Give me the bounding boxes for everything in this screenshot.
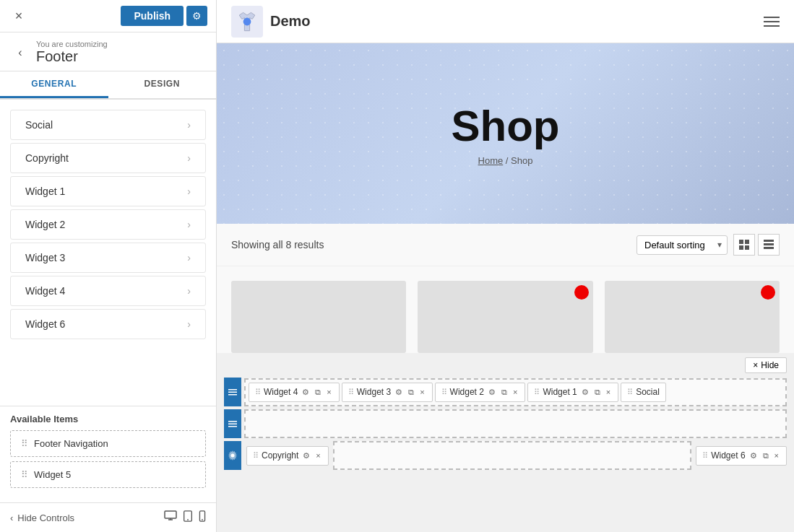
svg-rect-9 bbox=[745, 240, 749, 244]
widget-settings-button[interactable]: ⚙ bbox=[580, 387, 590, 398]
shop-heading: Shop bbox=[452, 101, 560, 151]
menu-item-widget6[interactable]: Widget 6 › bbox=[10, 309, 206, 339]
tablet-device-button[interactable] bbox=[183, 510, 193, 525]
svg-point-4 bbox=[187, 519, 189, 520]
widget-label: Widget 1 bbox=[543, 387, 577, 397]
menu-item-widget3[interactable]: Widget 3 › bbox=[10, 243, 206, 273]
publish-area: Publish ⚙ bbox=[121, 6, 207, 26]
svg-rect-10 bbox=[739, 245, 743, 250]
widget-duplicate-button[interactable]: ⧉ bbox=[407, 387, 415, 398]
widget-remove-button[interactable]: × bbox=[418, 387, 426, 397]
footer-empty-drop-zone[interactable] bbox=[244, 409, 787, 438]
drag-handle-icon: ⠿ bbox=[21, 469, 28, 480]
product-card bbox=[605, 281, 780, 353]
section-title: Footer bbox=[36, 48, 108, 65]
widget-settings-button[interactable]: ⚙ bbox=[487, 387, 497, 398]
chevron-right-icon: › bbox=[187, 219, 191, 230]
svg-rect-15 bbox=[228, 389, 237, 391]
desktop-device-button[interactable] bbox=[164, 510, 177, 525]
drag-icon: ⠿ bbox=[348, 388, 354, 397]
hide-footer-button[interactable]: × Hide bbox=[745, 357, 787, 373]
menu-item-widget2[interactable]: Widget 2 › bbox=[10, 209, 206, 240]
widget-duplicate-button[interactable]: ⧉ bbox=[314, 387, 322, 398]
svg-rect-18 bbox=[228, 421, 237, 422]
widget-settings-button[interactable]: ⚙ bbox=[301, 387, 311, 398]
menu-item-copyright[interactable]: Copyright › bbox=[10, 143, 206, 173]
close-button[interactable]: × bbox=[9, 6, 29, 26]
footer-widgets-row-1: ⠿ Widget 4 ⚙ ⧉ × ⠿ Widget 3 ⚙ ⧉ × ⠿ Widg… bbox=[244, 378, 787, 406]
widget-remove-button[interactable]: × bbox=[512, 387, 519, 397]
widget6-duplicate-button[interactable]: ⧉ bbox=[761, 450, 770, 461]
list-view-button[interactable] bbox=[758, 234, 780, 256]
svg-rect-12 bbox=[764, 240, 774, 242]
widget6-chip: ⠿ Widget 6 ⚙ ⧉ × bbox=[696, 446, 787, 466]
footer-row3-empty-zone[interactable] bbox=[333, 441, 691, 470]
mobile-device-button[interactable] bbox=[199, 510, 206, 525]
hide-controls-label: Hide Controls bbox=[17, 513, 74, 523]
svg-rect-16 bbox=[228, 392, 237, 393]
widget-chip-widget4: ⠿ Widget 4 ⚙ ⧉ × bbox=[249, 383, 340, 402]
logo-icon bbox=[231, 6, 263, 38]
publish-settings-button[interactable]: ⚙ bbox=[186, 6, 207, 26]
copyright-label: Copyright bbox=[262, 450, 298, 461]
widget-remove-button[interactable]: × bbox=[605, 387, 612, 397]
chevron-right-icon: › bbox=[187, 119, 191, 131]
hide-label: Hide bbox=[761, 360, 779, 370]
svg-rect-13 bbox=[764, 243, 774, 245]
footer-row-1: ⠿ Widget 4 ⚙ ⧉ × ⠿ Widget 3 ⚙ ⧉ × ⠿ Widg… bbox=[217, 378, 794, 406]
hamburger-menu[interactable] bbox=[764, 17, 780, 27]
widget6-remove-button[interactable]: × bbox=[773, 450, 780, 461]
product-card bbox=[231, 281, 406, 353]
menu-item-widget4[interactable]: Widget 4 › bbox=[10, 276, 206, 306]
tab-design[interactable]: DESIGN bbox=[108, 71, 217, 98]
sort-select[interactable]: Default sorting bbox=[637, 235, 728, 255]
hide-controls-button[interactable]: ‹ Hide Controls bbox=[10, 513, 74, 523]
menu-item-social[interactable]: Social › bbox=[10, 110, 206, 140]
drag-icon: ⠿ bbox=[255, 388, 261, 397]
widget-chip-social: ⠿ Social bbox=[621, 383, 666, 402]
widget-remove-button[interactable]: × bbox=[325, 387, 332, 397]
sort-area: Default sorting bbox=[637, 234, 780, 256]
widget-chip-widget1: ⠿ Widget 1 ⚙ ⧉ × bbox=[527, 383, 618, 402]
breadcrumb-home-link[interactable]: Home bbox=[478, 155, 504, 166]
right-panel: Demo Shop Home / Shop Showing all 8 resu… bbox=[217, 0, 794, 532]
footer-row-handle[interactable] bbox=[224, 378, 241, 406]
menu-item-label: Widget 6 bbox=[25, 318, 65, 330]
menu-item-label: Copyright bbox=[25, 152, 69, 164]
widget-duplicate-button[interactable]: ⧉ bbox=[593, 387, 602, 398]
footer-row-handle[interactable] bbox=[224, 409, 241, 438]
widget6-settings-button[interactable]: ⚙ bbox=[748, 450, 759, 461]
copyright-remove-button[interactable]: × bbox=[314, 450, 322, 461]
widget6-label: Widget 6 bbox=[711, 450, 745, 461]
tab-general[interactable]: GENERAL bbox=[0, 71, 108, 98]
drag-item-widget5[interactable]: ⠿ Widget 5 bbox=[10, 461, 206, 488]
widget-settings-button[interactable]: ⚙ bbox=[394, 387, 404, 398]
chevron-right-icon: › bbox=[187, 252, 191, 263]
menu-item-label: Social bbox=[25, 119, 53, 131]
menu-list: Social › Copyright › Widget 1 › Widget 2… bbox=[0, 100, 216, 406]
svg-point-7 bbox=[243, 17, 251, 25]
svg-rect-20 bbox=[228, 426, 237, 427]
view-icons bbox=[733, 234, 780, 256]
grid-view-button[interactable] bbox=[733, 234, 755, 256]
widget-duplicate-button[interactable]: ⧉ bbox=[500, 387, 509, 398]
drag-item-footer-navigation[interactable]: ⠿ Footer Navigation bbox=[10, 430, 206, 457]
menu-item-widget1[interactable]: Widget 1 › bbox=[10, 176, 206, 206]
available-section-title: Available Items bbox=[10, 414, 206, 424]
svg-rect-19 bbox=[228, 424, 237, 425]
back-button[interactable]: ‹ bbox=[10, 43, 30, 63]
footer-row3-settings[interactable] bbox=[224, 441, 241, 470]
tabs-row: GENERAL DESIGN bbox=[0, 71, 216, 100]
publish-button[interactable]: Publish bbox=[121, 6, 184, 26]
svg-rect-8 bbox=[739, 240, 743, 244]
drag-item-label: Footer Navigation bbox=[34, 438, 108, 449]
drag-icon: ⠿ bbox=[253, 451, 259, 461]
product-card bbox=[418, 281, 592, 353]
customizing-label: You are customizing bbox=[36, 40, 108, 48]
copyright-settings-button[interactable]: ⚙ bbox=[301, 450, 311, 461]
hero-section: Shop Home / Shop bbox=[217, 43, 794, 224]
widget-label: Widget 3 bbox=[357, 387, 391, 397]
footer-overlay: × Hide ⠿ Widget 4 ⚙ ⧉ × ⠿ Widget 3 bbox=[217, 353, 794, 470]
shop-bar: Showing all 8 results Default sorting bbox=[217, 224, 794, 266]
chevron-right-icon: › bbox=[187, 318, 191, 330]
